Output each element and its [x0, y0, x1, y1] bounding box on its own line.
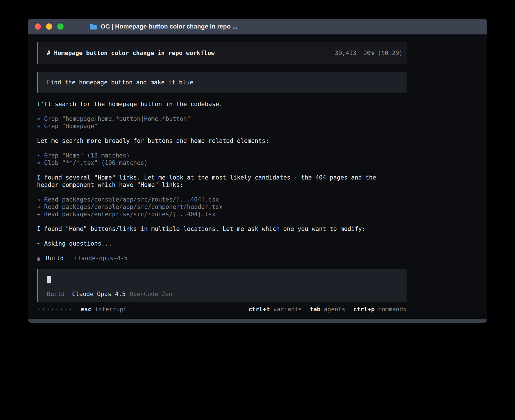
shortcut-label: interrupt: [95, 306, 127, 313]
agent-model: claude-opus-4-5: [74, 255, 128, 262]
zoom-button[interactable]: [57, 23, 64, 30]
assistant-paragraph-1: I'll search for the homepage button in t…: [37, 100, 390, 108]
shortcut-esc-interrupt: esc interrupt: [81, 306, 127, 313]
model-name: Claude Opus 4.5: [72, 290, 126, 298]
mode-indicator: Build: [47, 290, 65, 298]
file-read-group: → Read packages/console/app/src/routes/[…: [37, 196, 487, 218]
status-line: ~ Asking questions...: [37, 240, 390, 247]
terminal-window: OC | Homepage button color change in rep…: [28, 19, 487, 323]
traffic-lights: [35, 23, 64, 30]
session-title: # Homepage button color change in repo w…: [47, 49, 215, 57]
folder-icon: [90, 24, 97, 30]
user-message-block: Find the homepage button and make it blu…: [37, 72, 407, 93]
prompt-input[interactable]: Build Claude Opus 4.5 OpenCode Zen: [37, 269, 407, 302]
file-read-line: → Read packages/console/app/src/componen…: [37, 203, 487, 211]
file-read-line: → Read packages/console/app/src/routes/[…: [37, 196, 487, 203]
assistant-paragraph-3: I found several "Home" links. Let me loo…: [37, 174, 390, 189]
spinner-dots: ········: [37, 306, 73, 313]
shortcut-label: variants: [273, 306, 302, 313]
tool-call-line: ∗ Grep "Home" (18 matches): [37, 152, 487, 159]
tool-call-line: ∗ Grep "homepage|home.*button|Home.*butt…: [37, 115, 487, 123]
user-message-text: Find the homepage button and make it blu…: [47, 79, 193, 86]
agent-icon: ▣: [37, 255, 40, 262]
terminal-content: # Homepage button color change in repo w…: [28, 34, 487, 313]
session-stats: 39,413 20% ($0.29): [335, 49, 403, 57]
status-bar-left: ········ esc interrupt: [37, 306, 127, 313]
shortcut-ctrl-p-commands: ctrl+p commands: [353, 306, 407, 313]
window-bottom-edge: [28, 319, 487, 323]
context-usage: 20% ($0.29): [363, 49, 403, 57]
shortcut-label: commands: [378, 306, 407, 313]
shortcut-tab-agents: tab agents: [310, 306, 345, 313]
window-titlebar: OC | Homepage button color change in rep…: [28, 19, 487, 34]
assistant-paragraph-2: Let me search more broadly for buttons a…: [37, 137, 390, 145]
close-button[interactable]: [35, 23, 41, 30]
input-meta: Build Claude Opus 4.5 OpenCode Zen: [47, 290, 407, 298]
text-cursor: [47, 276, 51, 283]
session-header: # Homepage button color change in repo w…: [37, 42, 407, 64]
shortcut-ctrl-t-variants: ctrl+t variants: [248, 306, 302, 313]
tool-call-group-1: ∗ Grep "homepage|home.*button|Home.*butt…: [37, 115, 487, 130]
minimize-button[interactable]: [46, 23, 52, 30]
status-bar-right: ctrl+t variants tab agents ctrl+p comman…: [248, 306, 407, 313]
tool-call-line: ∗ Grep "Homepage": [37, 123, 487, 130]
tool-call-group-2: ∗ Grep "Home" (18 matches) ∗ Glob "**/*.…: [37, 152, 487, 167]
shortcut-key: esc: [81, 306, 91, 313]
window-title: OC | Homepage button color change in rep…: [101, 23, 237, 30]
shortcut-key: tab: [310, 306, 320, 313]
shortcut-label: agents: [324, 306, 345, 313]
tool-call-line: ∗ Glob "**/*.tsx" (100 matches): [37, 159, 487, 167]
assistant-paragraph-4: I found "Home" buttons/links in multiple…: [37, 225, 390, 233]
token-count: 39,413: [335, 49, 356, 57]
file-read-line: → Read packages/enterprise/src/routes/[.…: [37, 211, 487, 218]
agent-name: Build: [46, 255, 64, 262]
status-bar: ········ esc interrupt ctrl+t variants t…: [37, 306, 407, 313]
agent-badge: ▣ Build · claude-opus-4-5: [37, 255, 487, 262]
agent-separator: ·: [67, 255, 71, 262]
shortcut-key: ctrl+p: [353, 306, 375, 313]
shortcut-key: ctrl+t: [248, 306, 270, 313]
provider-name: OpenCode Zen: [130, 290, 173, 298]
